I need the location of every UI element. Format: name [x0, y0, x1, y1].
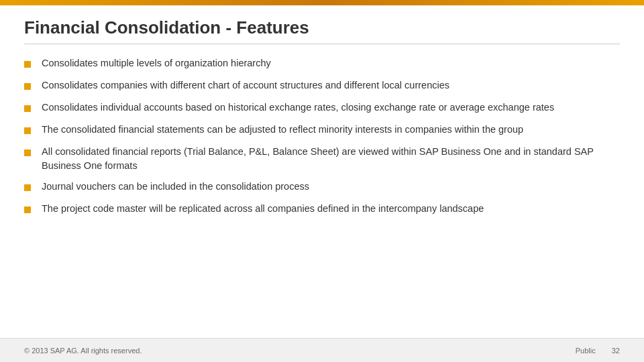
- page-number: 32: [612, 347, 620, 355]
- slide-container: Financial Consolidation - Features Conso…: [0, 5, 644, 338]
- classification-text: Public: [576, 347, 596, 355]
- list-item-3: Consolidates individual accounts based o…: [24, 101, 620, 116]
- bullet-text-4: The consolidated financial statements ca…: [42, 123, 523, 137]
- bullet-square-1: [24, 61, 31, 68]
- bullet-text-2: Consolidates companies with different ch…: [42, 78, 449, 93]
- list-item-6: Journal vouchers can be included in the …: [24, 180, 620, 195]
- list-item-2: Consolidates companies with different ch…: [24, 78, 620, 94]
- bullet-icon-5: [24, 146, 35, 160]
- list-item-1: Consolidates multiple levels of organiza…: [24, 56, 620, 72]
- bullet-icon-4: [24, 124, 35, 138]
- list-item-5: All consolidated financial reports (Tria…: [24, 145, 620, 173]
- bullet-icon-6: [24, 181, 35, 195]
- content-list: Consolidates multiple levels of organiza…: [24, 56, 620, 330]
- slide-title: Financial Consolidation - Features: [24, 17, 620, 44]
- bullet-text-6: Journal vouchers can be included in the …: [42, 180, 309, 194]
- bullet-text-3: Consolidates individual accounts based o…: [42, 101, 554, 115]
- bullet-icon-7: [24, 203, 35, 217]
- bullet-square-5: [24, 149, 31, 156]
- bullet-square-2: [24, 83, 31, 90]
- copyright-text: © 2013 SAP AG. All rights reserved.: [24, 347, 142, 355]
- bullet-square-6: [24, 184, 31, 191]
- bullet-square-4: [24, 127, 31, 134]
- bullet-square-3: [24, 105, 31, 112]
- bullet-square-7: [24, 206, 31, 213]
- top-bar: [0, 0, 644, 5]
- bullet-text-7: The project code master will be replicat…: [42, 202, 484, 216]
- bullet-text-5: All consolidated financial reports (Tria…: [42, 145, 620, 173]
- bullet-icon-1: [24, 58, 35, 72]
- bullet-icon-3: [24, 102, 35, 116]
- footer-right: Public 32: [576, 347, 620, 355]
- bullet-text-1: Consolidates multiple levels of organiza…: [42, 56, 271, 70]
- footer: © 2013 SAP AG. All rights reserved. Publ…: [0, 338, 644, 362]
- bullet-icon-2: [24, 80, 35, 94]
- list-item-4: The consolidated financial statements ca…: [24, 123, 620, 138]
- list-item-7: The project code master will be replicat…: [24, 202, 620, 217]
